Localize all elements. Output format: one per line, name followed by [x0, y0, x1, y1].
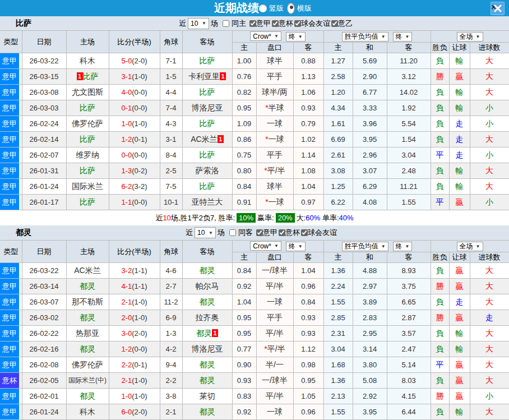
league-checkbox-3[interactable]	[331, 20, 338, 27]
corners-cell: 2-2	[160, 373, 182, 389]
handicap-result-cell: 輸	[449, 404, 470, 420]
home-team: 比萨	[66, 195, 109, 210]
group-select-0[interactable]: Crow*▼	[250, 31, 281, 41]
league-cell: 意甲	[0, 357, 22, 373]
home-team: 1比萨	[66, 69, 109, 85]
home-team: 佛罗伦萨	[66, 357, 109, 373]
group-select-0[interactable]: Crow*▼	[250, 241, 281, 251]
odds-home: 0.95	[232, 326, 256, 341]
group-select-2[interactable]: 全场▼	[457, 242, 483, 251]
home-team-name: 佛罗伦萨	[72, 119, 103, 128]
odds-away: 0.84	[293, 294, 323, 310]
handicap-result-cell: 輸	[449, 179, 470, 195]
avg-draw: 3.96	[353, 116, 387, 132]
same-venue-checkbox[interactable]	[229, 229, 236, 236]
odds-home: 0.83	[232, 389, 256, 404]
odds-away: 1.12	[293, 341, 323, 357]
match-count-select[interactable]: 10▼	[188, 18, 209, 29]
final-select-1[interactable]: 终▼	[393, 32, 413, 41]
match-date: 26-01-24	[22, 404, 66, 420]
handicap-result-cell: 贏	[449, 195, 470, 210]
final-select-0[interactable]: 终▼	[286, 242, 306, 251]
home-team-name: 科木	[80, 56, 95, 65]
half-score: (0-0)	[132, 345, 147, 353]
handicap-name: 平/半	[266, 281, 284, 290]
league-checkbox-1[interactable]	[272, 20, 279, 27]
league-checkbox-label: 意乙	[338, 19, 353, 29]
sub-header: 客	[387, 43, 431, 53]
final-select-1[interactable]: 终▼	[393, 242, 413, 251]
avg-home: 1.61	[323, 116, 353, 132]
home-team: 热那亚	[66, 326, 109, 341]
handicap-result-cell: 輸	[449, 163, 470, 179]
avg-home: 1.36	[323, 263, 353, 279]
home-team-name: 比萨	[80, 166, 95, 175]
away-team-name: 莱切	[200, 391, 215, 400]
away-team-name: 博洛尼亚	[192, 344, 223, 353]
corners-cell: 2-1	[160, 404, 182, 420]
group-select-2[interactable]: 全场▼	[457, 32, 483, 41]
goals-result-cell: 小	[470, 100, 509, 116]
match-date: 26-02-08	[22, 357, 66, 373]
full-score: 4-0	[121, 88, 132, 96]
handicap-name: 球半	[267, 56, 283, 65]
final-select-0[interactable]: 终▼	[286, 32, 306, 41]
same-venue-checkbox[interactable]	[223, 20, 229, 27]
league-cell: 意甲	[0, 179, 22, 195]
away-team: 都灵	[182, 357, 232, 373]
league-checkbox-0[interactable]	[249, 20, 256, 27]
away-team-name: 比萨	[200, 87, 215, 96]
away-team-name: 都灵	[200, 407, 215, 416]
odds-home: 0.82	[232, 85, 256, 100]
score-cell: 1-0(1-0)	[109, 116, 160, 132]
away-team-name: 博洛尼亚	[192, 103, 223, 112]
avg-home: 1.27	[323, 53, 353, 69]
goals-result-cell: 大	[470, 373, 509, 389]
avg-draw: 4.88	[353, 263, 387, 279]
full-score: 0-0	[121, 151, 132, 159]
handicap-result-cell: 贏	[449, 389, 470, 404]
league-checkbox-0[interactable]	[256, 229, 263, 236]
close-icon[interactable]: ×	[491, 2, 505, 15]
match-count-select-value: 10	[197, 229, 205, 237]
results-table-1: 类型日期主场比分(半场)角球客场Crow*▼终▼胜平负均值▼终▼全场▼主盘口客主…	[0, 240, 509, 420]
home-team: 那不勒斯	[66, 294, 109, 310]
match-date: 26-02-16	[22, 341, 66, 357]
score-cell: 2-1(1-0)	[109, 373, 160, 389]
odds-away: 1.04	[293, 263, 323, 279]
layout-radio-horizontal[interactable]	[287, 3, 295, 14]
league-checkbox-label: 球会友谊	[308, 228, 337, 238]
goals-result-cell: 大	[470, 279, 509, 294]
full-score: 1-3	[121, 167, 132, 175]
home-team: 都灵	[66, 310, 109, 326]
away-team-name: AC米兰	[191, 135, 217, 144]
corners-cell: 3-8	[160, 389, 182, 404]
league-checkbox-2[interactable]	[294, 20, 301, 27]
group-select-1[interactable]: 胜平负均值▼	[342, 242, 388, 251]
league-checkbox-1[interactable]	[279, 229, 285, 236]
handicap-result-cell: 輸	[449, 53, 470, 69]
outcome-cell: 負	[431, 100, 449, 116]
layout-radio-vertical[interactable]	[259, 4, 267, 12]
final-select-0-value: 终	[289, 32, 295, 41]
col-header-2: 主场	[66, 241, 109, 263]
group-select-2-value: 全场	[460, 32, 473, 41]
league-cell: 意甲	[0, 195, 22, 210]
section-title-0: 比萨近10▼场同主意甲意杯球会友谊意乙	[0, 16, 509, 30]
group-select-1[interactable]: 胜平负均值▼	[342, 32, 388, 41]
goals-result-cell: 大	[470, 404, 509, 420]
score-cell: 1-2(0-1)	[109, 132, 160, 147]
handicap-name: 半/一	[266, 360, 284, 369]
away-team: 卡利亚里1	[182, 69, 232, 85]
match-date: 26-02-07	[22, 147, 66, 163]
match-row: 意甲26-02-14比萨1-2(0-1)3-1AC米兰10.86*一球1.026…	[0, 132, 509, 147]
home-team-name: 那不勒斯	[72, 297, 103, 306]
handicap-name: 一球	[267, 119, 283, 128]
league-checkbox-2[interactable]	[301, 229, 308, 236]
avg-away: 1.55	[387, 195, 431, 210]
match-date: 26-03-15	[22, 69, 66, 85]
full-score: 5-0	[121, 57, 132, 65]
match-count-select[interactable]: 10▼	[195, 227, 216, 238]
match-date: 26-03-22	[22, 53, 66, 69]
handicap-result-cell: 走	[449, 116, 470, 132]
